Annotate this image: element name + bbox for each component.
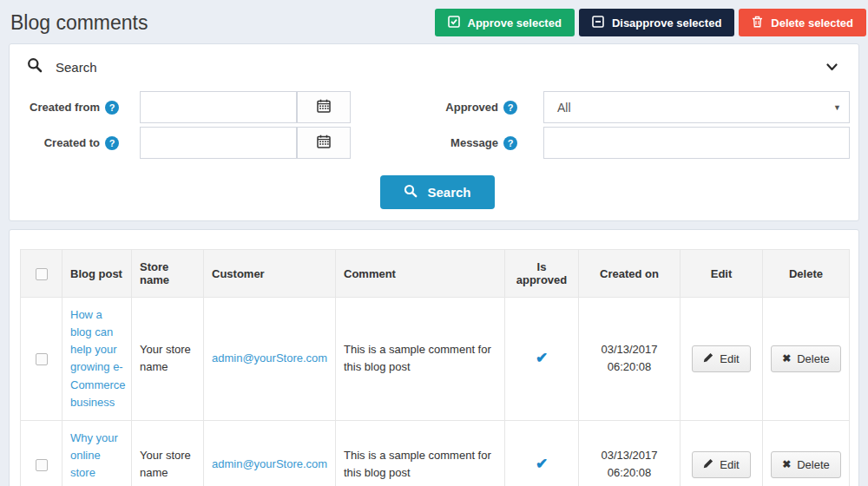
x-icon: ✖ (782, 458, 791, 470)
blog-post-link[interactable]: How a blog can help your growing e-Comme… (70, 308, 126, 409)
approved-check-icon: ✔ (536, 350, 548, 366)
delete-selected-button[interactable]: Delete selected (739, 9, 866, 36)
created-on-cell: 03/13/2017 06:20:08 (579, 420, 681, 486)
delete-selected-label: Delete selected (771, 16, 853, 30)
help-icon[interactable]: ? (503, 136, 517, 150)
column-header-comment: Comment (336, 250, 505, 298)
blog-post-link[interactable]: Why your online store needs a (70, 431, 118, 486)
column-header-customer: Customer (204, 250, 336, 298)
edit-button-label: Edit (720, 352, 739, 365)
select-all-checkbox[interactable] (36, 268, 48, 280)
row-checkbox[interactable] (36, 459, 48, 471)
column-header-edit: Edit (681, 250, 763, 298)
page-header: Blog comments Approve selected Disapprov… (0, 0, 868, 43)
created-to-input[interactable] (140, 127, 297, 159)
approve-selected-label: Approve selected (468, 16, 562, 30)
delete-button-label: Delete (797, 352, 830, 365)
column-header-created-on: Created on (579, 250, 681, 298)
help-icon[interactable]: ? (105, 101, 119, 115)
comment-cell: This is a sample comment for this blog p… (336, 420, 505, 486)
edit-button[interactable]: Edit (692, 345, 750, 372)
x-icon: ✖ (782, 352, 791, 364)
row-checkbox[interactable] (36, 353, 48, 365)
search-panel-header[interactable]: Search (10, 44, 858, 89)
page-title: Blog comments (10, 11, 148, 35)
edit-button-label: Edit (720, 458, 739, 471)
approved-check-icon: ✔ (536, 456, 548, 472)
column-header-store-name: Store name (132, 250, 204, 298)
store-name-cell: Your store name (132, 420, 204, 486)
customer-link[interactable]: admin@yourStore.com (212, 351, 327, 364)
delete-button[interactable]: ✖ Delete (771, 451, 841, 478)
pencil-icon (703, 352, 713, 365)
trash-icon (752, 16, 763, 30)
message-input[interactable] (543, 127, 850, 159)
search-icon (404, 184, 418, 200)
customer-link[interactable]: admin@yourStore.com (212, 457, 327, 470)
approved-label: Approved ? (435, 101, 517, 115)
store-name-cell: Your store name (132, 298, 204, 421)
table-row: Why your online store needs a Your store… (21, 420, 850, 486)
search-button[interactable]: Search (380, 175, 494, 209)
column-header-blog-post: Blog post (62, 250, 132, 298)
approve-selected-button[interactable]: Approve selected (435, 9, 575, 36)
pencil-icon (703, 458, 713, 471)
created-from-calendar-button[interactable] (297, 91, 351, 123)
created-on-cell: 03/13/2017 06:20:08 (579, 298, 681, 421)
created-from-label: Created from ? (25, 101, 119, 115)
chevron-down-icon[interactable] (826, 59, 838, 75)
minus-square-icon (592, 16, 604, 30)
created-from-input[interactable] (140, 91, 297, 123)
table-row: How a blog can help your growing e-Comme… (21, 298, 850, 421)
column-header-is-approved: Is approved (505, 250, 579, 298)
check-square-icon (448, 16, 460, 30)
created-to-calendar-button[interactable] (297, 127, 351, 159)
disapprove-selected-label: Disapprove selected (612, 16, 721, 30)
disapprove-selected-button[interactable]: Disapprove selected (579, 9, 734, 36)
edit-button[interactable]: Edit (692, 451, 750, 478)
select-arrow-icon: ▼ (833, 103, 841, 112)
comments-table-panel: Blog post Store name Customer Comment Is… (9, 229, 859, 486)
comments-table: Blog post Store name Customer Comment Is… (20, 249, 850, 486)
table-header-row: Blog post Store name Customer Comment Is… (21, 250, 850, 298)
search-panel-title: Search (56, 60, 97, 75)
help-icon[interactable]: ? (503, 101, 517, 115)
help-icon[interactable]: ? (105, 136, 119, 150)
search-panel: Search Created from ? Approved (9, 43, 859, 221)
message-label: Message ? (435, 136, 517, 150)
created-to-label: Created to ? (25, 136, 119, 150)
calendar-icon (317, 99, 331, 116)
comment-cell: This is a sample comment for this blog p… (336, 298, 505, 421)
search-form: Created from ? Approved ? All (10, 89, 858, 220)
calendar-icon (317, 135, 331, 152)
approved-select-value: All (557, 101, 571, 115)
column-header-delete: Delete (763, 250, 850, 298)
search-button-label: Search (427, 185, 470, 200)
delete-button-label: Delete (797, 458, 830, 471)
delete-button[interactable]: ✖ Delete (771, 345, 841, 372)
bulk-action-toolbar: Approve selected Disapprove selected Del… (435, 9, 867, 36)
search-icon (27, 57, 43, 76)
approved-select[interactable]: All ▼ (543, 91, 850, 123)
